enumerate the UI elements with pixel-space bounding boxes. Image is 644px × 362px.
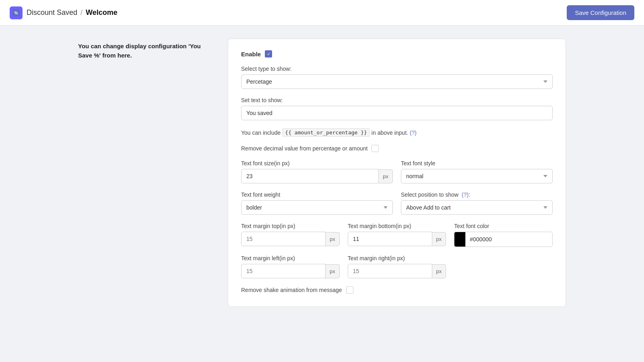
breadcrumb-separator: / <box>80 8 83 17</box>
main-content: You can change display configuration 'Yo… <box>68 26 576 320</box>
margin-top-field: Text margin top(in px) px <box>241 223 340 247</box>
font-size-label: Text font size(in px) <box>241 160 393 167</box>
margin-top-bottom-color-row: Text margin top(in px) px Text margin bo… <box>241 223 553 247</box>
set-text-input[interactable] <box>241 106 553 120</box>
select-type-label: Select type to show: <box>241 66 553 72</box>
margin-bottom-field: Text margin bottom(in px) px <box>348 223 446 247</box>
enable-row: Enable ✓ <box>241 50 553 58</box>
font-size-style-row: Text font size(in px) px Text font style… <box>241 160 553 183</box>
margin-left-right-row: Text margin left(in px) px Text margin r… <box>241 255 553 278</box>
enable-label: Enable <box>241 51 261 58</box>
font-color-field: Text font color <box>454 223 553 247</box>
font-weight-position-row: Text font weight bolder bold normal ligh… <box>241 191 553 215</box>
margin-bottom-input-group: px <box>348 232 446 246</box>
breadcrumb-main: Discount Saved <box>27 8 77 17</box>
position-field: Select position to show (?): Above Add t… <box>401 191 553 215</box>
set-text-field: Set text to show: <box>241 97 553 120</box>
margin-left-unit: px <box>326 264 340 278</box>
margin-top-label: Text margin top(in px) <box>241 223 340 229</box>
margin-bottom-input[interactable] <box>348 232 432 246</box>
remove-decimal-label: Remove decimal value from percentage or … <box>241 145 367 152</box>
remove-decimal-row: Remove decimal value from percentage or … <box>241 145 553 152</box>
position-help[interactable]: (?) <box>462 191 469 198</box>
font-style-field: Text font style normal italic oblique <box>401 160 553 183</box>
sidebar-description: You can change display configuration 'Yo… <box>78 39 215 307</box>
position-select[interactable]: Above Add to cart Below Add to cart Abov… <box>401 200 553 215</box>
font-size-input[interactable] <box>241 169 379 183</box>
set-text-label: Set text to show: <box>241 97 553 103</box>
margin-right-input[interactable] <box>348 264 432 278</box>
header-left: % Discount Saved / Welcome <box>10 6 118 19</box>
breadcrumb-current: Welcome <box>86 8 118 17</box>
margin-top-input[interactable] <box>241 232 326 246</box>
include-hint-code: {{ amount_or_percentage }} <box>282 128 370 137</box>
remove-decimal-checkbox[interactable] <box>372 145 379 152</box>
include-hint-prefix: You can include <box>241 130 281 136</box>
color-swatch[interactable] <box>454 232 466 247</box>
remove-shake-row: Remove shake animation from message <box>241 286 553 294</box>
margin-right-unit: px <box>432 264 446 278</box>
select-type-select[interactable]: Percetage Amount Both <box>241 74 553 89</box>
remove-shake-label: Remove shake animation from message <box>241 287 342 293</box>
sidebar-description-text: You can change display configuration 'Yo… <box>78 42 215 60</box>
margin-left-label: Text margin left(in px) <box>241 255 340 261</box>
font-size-field: Text font size(in px) px <box>241 160 393 183</box>
position-label: Select position to show (?): <box>401 191 553 198</box>
margin-top-unit: px <box>326 232 340 246</box>
include-hint-help[interactable]: (?) <box>410 130 417 136</box>
svg-text:%: % <box>14 11 18 15</box>
font-weight-field: Text font weight bolder bold normal ligh… <box>241 191 393 215</box>
font-weight-label: Text font weight <box>241 191 393 198</box>
margin-right-field: Text margin right(in px) px <box>348 255 446 278</box>
font-size-unit: px <box>379 169 393 183</box>
include-hint-suffix: in above input. <box>372 130 408 136</box>
margin-top-input-group: px <box>241 232 340 246</box>
select-type-field: Select type to show: Percetage Amount Bo… <box>241 66 553 89</box>
margin-bottom-unit: px <box>432 232 446 246</box>
font-style-label: Text font style <box>401 160 553 167</box>
margin-right-label: Text margin right(in px) <box>348 255 446 261</box>
remove-shake-checkbox[interactable] <box>346 286 353 294</box>
header: % Discount Saved / Welcome Save Configur… <box>0 0 644 26</box>
app-icon: % <box>10 6 23 19</box>
font-size-input-group: px <box>241 169 393 183</box>
color-value-input[interactable] <box>466 232 552 246</box>
include-hint: You can include {{ amount_or_percentage … <box>241 128 553 137</box>
margin-left-field: Text margin left(in px) px <box>241 255 340 278</box>
font-color-label: Text font color <box>454 223 553 229</box>
color-input-wrapper <box>454 232 553 247</box>
font-weight-select[interactable]: bolder bold normal lighter <box>241 200 393 215</box>
margin-right-input-group: px <box>348 264 446 278</box>
breadcrumb: Discount Saved / Welcome <box>27 8 118 17</box>
font-style-select[interactable]: normal italic oblique <box>401 169 553 183</box>
config-panel: Enable ✓ Select type to show: Percetage … <box>228 39 566 307</box>
margin-bottom-label: Text margin bottom(in px) <box>348 223 446 229</box>
enable-checkbox[interactable]: ✓ <box>265 50 272 58</box>
save-configuration-button[interactable]: Save Configuration <box>567 5 634 20</box>
margin-left-input-group: px <box>241 264 340 278</box>
margin-left-input[interactable] <box>241 264 326 278</box>
